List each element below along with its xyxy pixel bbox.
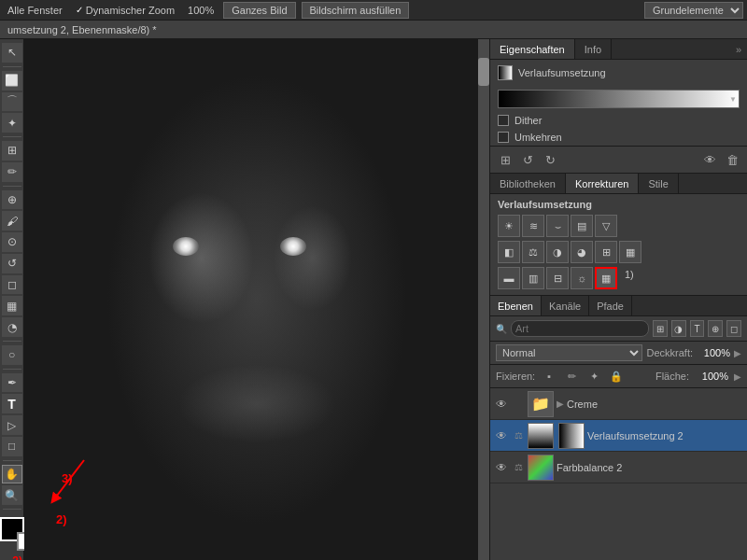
adj-icon-hue[interactable]: ◧: [498, 241, 520, 263]
tab-stile[interactable]: Stile: [639, 174, 678, 193]
dynamischer-zoom-menu[interactable]: ✓ Dynamischer Zoom: [72, 5, 178, 16]
tool-marquee[interactable]: ⬜: [2, 71, 22, 91]
adj-icon-gradient-map[interactable]: ▦ 1): [595, 267, 617, 289]
tab-eigenschaften[interactable]: Eigenschaften: [490, 39, 575, 59]
tab-kanaele[interactable]: Kanäle: [542, 296, 589, 315]
prop-tool-delete[interactable]: 🗑: [723, 150, 741, 169]
layer-name-verlauf: Verlaufsumsetzung 2: [587, 430, 743, 441]
workspace-select[interactable]: Grundelemente: [644, 2, 743, 19]
prop-tool-right: 👁 🗑: [700, 150, 741, 169]
prop-tool-2[interactable]: ↺: [518, 150, 537, 169]
adj-icon-pattern[interactable]: ⊟: [546, 267, 569, 289]
adj-icon-levels[interactable]: ▤: [571, 215, 593, 237]
filter-btn-5[interactable]: ◻: [726, 320, 741, 337]
tool-shape[interactable]: □: [2, 437, 22, 456]
prop-tool-eye[interactable]: 👁: [700, 150, 719, 169]
adj-icon-triangle[interactable]: ▽: [595, 215, 617, 237]
tool-path[interactable]: ▷: [2, 415, 22, 435]
toolbar-separator-4: [3, 341, 21, 342]
prop-tool-3[interactable]: ↻: [541, 150, 559, 169]
layer-thumb-verlauf-adj: [558, 423, 585, 449]
layers-panel: Ebenen Kanäle Pfade 🔍 ⊞ ◑ T ⊕ ◻ Normal D…: [490, 296, 747, 560]
tab-pfade[interactable]: Pfade: [589, 296, 632, 315]
toolbar-separator-3: [3, 186, 21, 187]
annotation-2-label: 2): [12, 554, 22, 560]
layer-eye-creme[interactable]: 👁: [494, 397, 509, 412]
top-menu-bar: Alle Fenster ✓ Dynamischer Zoom 100% Gan…: [0, 0, 747, 21]
adj-icon-brightness[interactable]: ☼: [571, 267, 593, 289]
layer-row-farbbalance[interactable]: 👁 ⚖ Farbbalance 2: [490, 452, 747, 483]
adj-icon-row-1: ☀ ≋ ⌣ ▤ ▽: [490, 213, 747, 239]
layer-row-verlauf[interactable]: 👁 ⚖ Verlaufsumsetzung 2: [490, 420, 747, 452]
adj-icon-sun[interactable]: ☀: [498, 215, 520, 237]
layer-row-creme[interactable]: 👁 📁 ▶ Creme: [490, 388, 747, 420]
adj-icon-photo[interactable]: ◕: [571, 241, 593, 263]
blend-mode-select[interactable]: Normal: [496, 344, 642, 361]
tab-info[interactable]: Info: [575, 39, 612, 59]
tool-crop[interactable]: ⊞: [2, 141, 22, 161]
search-icon: 🔍: [496, 324, 507, 334]
scrollbar-thumb[interactable]: [478, 58, 489, 86]
adj-icon-curve[interactable]: ⌣: [546, 215, 569, 237]
tool-blur[interactable]: ◔: [2, 317, 22, 337]
filter-btn-2[interactable]: ◑: [671, 320, 686, 337]
tab-ebenen[interactable]: Ebenen: [490, 296, 542, 315]
adj-icon-threshold[interactable]: ▦: [619, 241, 641, 263]
lock-image-btn[interactable]: ✏: [563, 368, 580, 385]
filter-btn-3[interactable]: T: [690, 320, 705, 337]
tab-bibliotheken[interactable]: Bibliotheken: [490, 174, 566, 193]
tool-lasso[interactable]: ⌒: [2, 92, 22, 112]
adj-icon-solid[interactable]: ▬: [498, 267, 520, 289]
adj-icon-channel[interactable]: ⊞: [595, 241, 617, 263]
filter-btn-4[interactable]: ⊕: [708, 320, 723, 337]
ganzes-bild-button[interactable]: Ganzes Bild: [223, 2, 295, 19]
tool-move[interactable]: ↖: [2, 43, 22, 63]
layer-thumb-farbbalance: [528, 455, 554, 481]
lock-move-btn[interactable]: ✦: [585, 368, 602, 385]
filter-btn-1[interactable]: ⊞: [653, 320, 668, 337]
adj-icon-wave[interactable]: ≋: [522, 215, 544, 237]
fill-arrow: ▶: [734, 371, 741, 382]
dither-checkbox[interactable]: [498, 115, 509, 126]
adj-icon-gradient-fill[interactable]: ▥: [522, 267, 544, 289]
tool-history[interactable]: ↺: [2, 254, 22, 273]
layer-thumb-verlauf-mask: [528, 423, 554, 449]
toolbar-separator-1: [3, 66, 21, 67]
layers-search-input[interactable]: [511, 320, 649, 337]
tool-pen[interactable]: ✒: [2, 373, 22, 393]
tool-stamp[interactable]: ⊙: [2, 232, 22, 252]
layer-link-farbbalance: ⚖: [512, 461, 525, 474]
adj-icon-bw[interactable]: ◑: [546, 241, 569, 263]
alle-fenster-menu[interactable]: Alle Fenster: [4, 5, 66, 16]
tab-korrekturen[interactable]: Korrekturen: [566, 174, 639, 193]
lock-transparent-btn[interactable]: ▪: [541, 368, 557, 385]
prop-tool-1[interactable]: ⊞: [496, 150, 514, 169]
adjustments-panel: Bibliotheken Korrekturen Stile Verlaufsu…: [490, 174, 747, 296]
layer-eye-farbbalance[interactable]: 👁: [494, 460, 509, 475]
lock-all-btn[interactable]: 🔒: [608, 368, 625, 385]
gradient-bar[interactable]: ▼: [498, 90, 740, 108]
properties-toolbar: ⊞ ↺ ↻ 👁 🗑: [490, 146, 747, 173]
tool-heal[interactable]: ⊕: [2, 190, 22, 210]
canvas-vscrollbar[interactable]: [478, 39, 489, 560]
layer-eye-verlauf[interactable]: 👁: [494, 428, 509, 443]
tool-quickselect[interactable]: ✦: [2, 113, 22, 133]
tool-gradient[interactable]: ▦: [2, 296, 22, 315]
bildschirm-button[interactable]: Bildschirm ausfüllen: [302, 2, 410, 19]
tool-hand[interactable]: ✋: [2, 465, 22, 484]
layer-thumb-creme: 📁: [528, 391, 554, 417]
annotation-3-arrow-svg: [45, 453, 101, 509]
tool-text[interactable]: T: [2, 394, 22, 413]
umkehren-checkbox[interactable]: [498, 132, 509, 143]
tool-dodge[interactable]: ○: [2, 345, 22, 365]
layers-tabs: Ebenen Kanäle Pfade: [490, 296, 747, 316]
tool-eraser[interactable]: ◻: [2, 275, 22, 295]
gradient-header-title: Verlaufsumsetzung: [518, 67, 606, 78]
tool-brush[interactable]: 🖌: [2, 211, 22, 231]
eye-left: [173, 237, 199, 256]
adj-icon-balance[interactable]: ⚖: [522, 241, 544, 263]
tool-eyedropper[interactable]: ✏: [2, 162, 22, 182]
properties-panel: Eigenschaften Info » Verlaufsumsetzung ▼…: [490, 39, 747, 174]
toolbar-separator-6: [3, 460, 21, 461]
tool-zoom[interactable]: 🔍: [2, 485, 22, 505]
